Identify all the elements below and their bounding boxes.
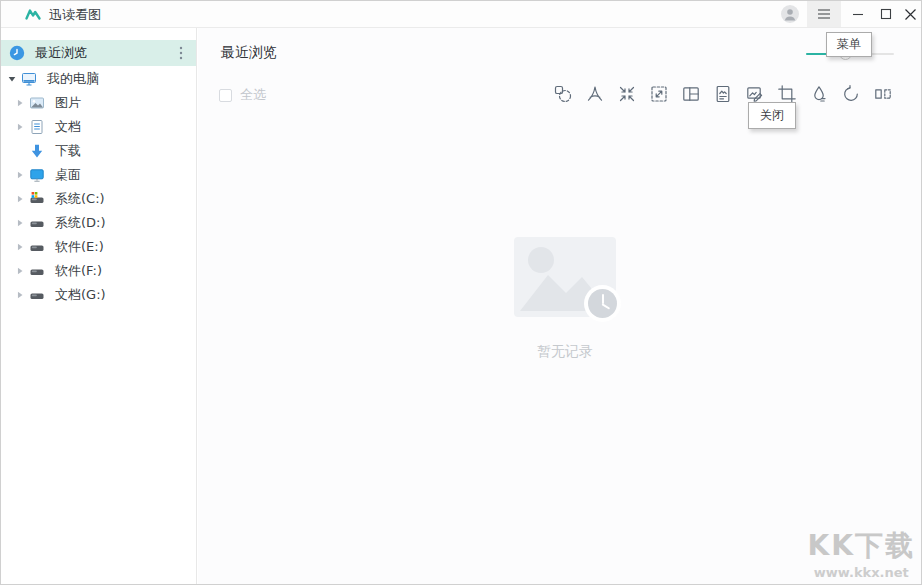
site-watermark: KK下载 www.kkx.net (808, 527, 915, 580)
chevron-right-icon[interactable] (15, 290, 25, 300)
chevron-right-icon[interactable] (15, 266, 25, 276)
user-avatar-icon (780, 4, 800, 24)
edit-image-icon[interactable] (745, 84, 765, 104)
watermark-line2: www.kkx.net (808, 565, 915, 580)
sidebar-item-drive-d[interactable]: 系统(D:) (1, 211, 196, 235)
menu-tooltip: 菜单 (826, 32, 872, 57)
crop-icon[interactable] (777, 84, 797, 104)
collage-icon[interactable] (681, 84, 701, 104)
app-title: 迅读看图 (49, 6, 101, 24)
chevron-right-icon[interactable] (15, 170, 25, 180)
sidebar-item-drive-f[interactable]: 软件(F:) (1, 259, 196, 283)
menu-button[interactable] (807, 1, 841, 27)
system-drive-icon (29, 191, 45, 207)
chevron-right-icon[interactable] (15, 194, 25, 204)
clock-icon (9, 45, 25, 61)
sidebar-item-label: 桌面 (55, 166, 81, 184)
watermark-line1: KK下载 (808, 527, 915, 565)
title-bar: 迅读看图 (1, 1, 921, 28)
chevron-down-icon[interactable] (7, 74, 17, 84)
minimize-button[interactable] (845, 1, 871, 27)
sidebar-item-label: 下载 (55, 142, 81, 160)
format-convert-icon[interactable] (553, 84, 573, 104)
clock-face (588, 289, 617, 318)
minimize-icon (852, 8, 864, 20)
maximize-button[interactable] (873, 1, 899, 27)
sidebar-item-label: 图片 (55, 94, 81, 112)
sidebar-item-downloads[interactable]: 下载 (1, 139, 196, 163)
sidebar-item-label: 软件(F:) (55, 262, 102, 280)
sidebar-item-recent[interactable]: 最近浏览 (1, 40, 196, 66)
sidebar-item-label: 文档(G:) (55, 286, 106, 304)
app-logo-icon (24, 5, 42, 23)
sidebar-item-documents[interactable]: 文档 (1, 115, 196, 139)
empty-state-text: 暂无记录 (537, 343, 593, 361)
download-icon (29, 143, 45, 159)
computer-icon (21, 71, 37, 87)
sidebar-item-label: 软件(E:) (55, 238, 104, 256)
maximize-icon (880, 8, 892, 20)
history-clock-icon (584, 285, 621, 322)
pdf-convert-icon[interactable] (585, 84, 605, 104)
desktop-icon (29, 167, 45, 183)
sidebar-item-label: 系统(C:) (55, 190, 105, 208)
resize-icon[interactable] (649, 84, 669, 104)
chevron-right-icon[interactable] (15, 218, 25, 228)
chevron-right-icon[interactable] (15, 122, 25, 132)
empty-state: 暂无记录 (514, 237, 616, 317)
pictures-icon (29, 95, 45, 111)
id-photo-icon[interactable] (713, 84, 733, 104)
app-window: 迅读看图 (0, 0, 922, 585)
page-title: 最近浏览 (221, 44, 277, 62)
menu-tooltip-text: 菜单 (837, 36, 861, 53)
user-account-button[interactable] (777, 1, 803, 27)
close-icon (904, 8, 917, 21)
close-tooltip: 关闭 (748, 102, 796, 129)
compress-icon[interactable] (617, 84, 637, 104)
toolbar (553, 84, 893, 104)
sidebar-item-label: 最近浏览 (35, 44, 87, 62)
sidebar-item-drive-e[interactable]: 软件(E:) (1, 235, 196, 259)
sidebar-item-label: 文档 (55, 118, 81, 136)
hamburger-icon (817, 8, 831, 20)
close-button[interactable] (899, 1, 922, 27)
drive-icon (29, 239, 45, 255)
chevron-right-icon[interactable] (15, 98, 25, 108)
select-all-label: 全选 (240, 86, 266, 104)
select-all-checkbox[interactable] (219, 89, 232, 102)
sidebar-item-label: 我的电脑 (47, 70, 99, 88)
sidebar-item-label: 系统(D:) (55, 214, 106, 232)
documents-icon (29, 119, 45, 135)
sidebar-item-drive-g[interactable]: 文档(G:) (1, 283, 196, 307)
clock-hour-hand (601, 303, 609, 309)
sidebar: 最近浏览 我的电脑 图片 (1, 28, 197, 584)
sidebar-item-drive-c[interactable]: 系统(C:) (1, 187, 196, 211)
chevron-right-icon[interactable] (15, 242, 25, 252)
rotate-icon[interactable] (841, 84, 861, 104)
sidebar-item-desktop[interactable]: 桌面 (1, 163, 196, 187)
drive-icon (29, 215, 45, 231)
caret-spacer (15, 146, 25, 156)
drive-icon (29, 263, 45, 279)
close-tooltip-text: 关闭 (760, 107, 784, 124)
watermark-icon[interactable] (809, 84, 829, 104)
sidebar-item-my-computer[interactable]: 我的电脑 (1, 67, 196, 91)
flip-icon[interactable] (873, 84, 893, 104)
select-all-control[interactable]: 全选 (219, 86, 266, 104)
main-content: 最近浏览 菜单 全选 (198, 28, 921, 584)
sidebar-item-pictures[interactable]: 图片 (1, 91, 196, 115)
drive-icon (29, 287, 45, 303)
more-options-icon[interactable] (178, 45, 184, 61)
